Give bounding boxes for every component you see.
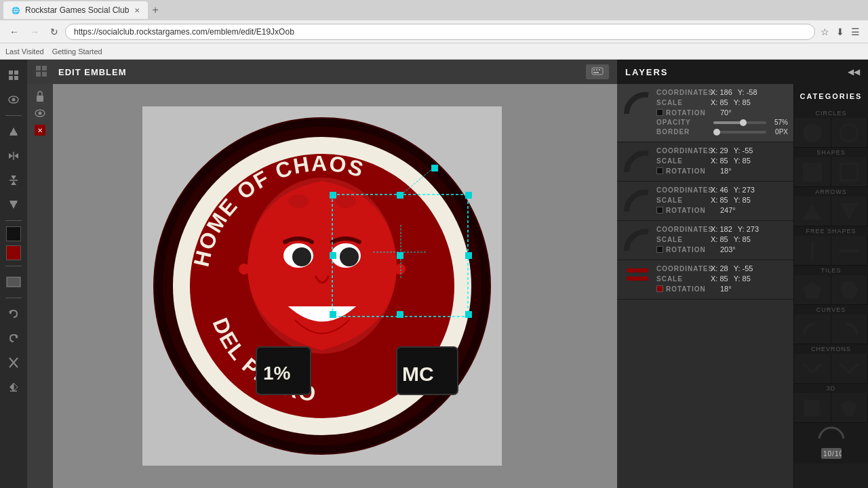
save-icon xyxy=(9,382,18,392)
cat-line-v[interactable] xyxy=(794,236,831,266)
coordinates-label-1: COORDINATES xyxy=(656,89,711,96)
layer-details-1: COORDINATES X: 186 Y: -58 SCALE X: 85 Y:… xyxy=(656,88,788,138)
undo-button[interactable] xyxy=(3,304,24,324)
color-swatch-black[interactable] xyxy=(6,226,21,241)
layer-item[interactable]: COORDINATES X: 186 Y: -58 SCALE X: 85 Y:… xyxy=(617,84,793,142)
svg-point-35 xyxy=(39,112,42,115)
cat-pentagon[interactable] xyxy=(794,275,831,305)
move-down-button[interactable] xyxy=(3,195,24,215)
settings-nav-icon[interactable]: ☰ xyxy=(848,24,863,40)
coordinates-x-2: X: 29 xyxy=(711,146,728,155)
layer-item-5[interactable]: COORDINATES X: 28 Y: -55 SCALE X: 85 Y: … xyxy=(617,260,793,300)
refresh-button[interactable]: ↻ xyxy=(46,24,62,40)
cat-box-3d[interactable] xyxy=(794,393,831,423)
star-icon[interactable]: ☆ xyxy=(818,24,832,40)
eye-button[interactable] xyxy=(3,89,24,110)
cat-rect-outline-shape xyxy=(840,163,859,182)
url-input[interactable] xyxy=(65,24,815,40)
back-button[interactable]: ← xyxy=(5,24,23,40)
cat-chevron-1[interactable] xyxy=(794,354,831,384)
cat-grid-chevrons xyxy=(794,354,868,384)
categories-section: CATEGORIES CIRCLES SHAPES xyxy=(793,84,868,488)
layer-thumb-4 xyxy=(623,225,652,255)
cat-circle-outline[interactable] xyxy=(831,118,869,148)
keyboard-icon-button[interactable] xyxy=(586,64,609,79)
scale-y-5: Y: 85 xyxy=(734,274,751,283)
grid-emblem-svg xyxy=(35,65,47,77)
opacity-slider-1[interactable] xyxy=(713,121,766,124)
border-thumb-1[interactable] xyxy=(713,129,720,136)
layer-item-3[interactable]: COORDINATES X: 46 Y: 273 SCALE X: 85 Y: … xyxy=(617,182,793,221)
cat-square-filled[interactable] xyxy=(794,157,831,187)
grid-icon xyxy=(8,70,19,81)
cat-chevron-2[interactable] xyxy=(831,354,869,384)
layer-details-5: COORDINATES X: 28 Y: -55 SCALE X: 85 Y: … xyxy=(656,264,788,295)
cat-circle-filled[interactable] xyxy=(794,118,831,148)
svg-marker-9 xyxy=(14,153,18,159)
download-nav-icon[interactable]: ⬇ xyxy=(833,24,847,40)
cat-section-shapes: SHAPES xyxy=(794,148,868,157)
undo-icon xyxy=(8,308,19,319)
layer-item-2[interactable]: COORDINATES X: 29 Y: -55 SCALE X: 85 Y: … xyxy=(617,142,793,182)
cat-tri-down[interactable] xyxy=(831,197,869,226)
layer-thumbnail-row-4: COORDINATES X: 182 Y: 273 SCALE X: 85 Y:… xyxy=(617,221,793,260)
cat-tri-up[interactable] xyxy=(794,197,831,226)
canvas-visibility-button[interactable] xyxy=(35,109,45,119)
cat-pentagon-shape xyxy=(804,281,821,299)
svg-rect-31 xyxy=(599,69,600,70)
rectangle-tool-button[interactable] xyxy=(3,272,24,292)
canvas-close-button[interactable]: ✕ xyxy=(35,125,45,136)
cat-square-outline[interactable] xyxy=(831,157,869,187)
canvas-lock-button[interactable] xyxy=(35,91,45,104)
svg-marker-14 xyxy=(9,201,18,209)
flip-v-button[interactable] xyxy=(3,170,24,190)
layers-collapse-button[interactable]: ◀◀ xyxy=(848,67,860,77)
lock-icon xyxy=(35,91,45,102)
bookmark-getting-started[interactable]: Getting Started xyxy=(52,47,102,56)
svg-rect-29 xyxy=(593,69,595,70)
right-panel: LAYERS ◀◀ COORDINATES xyxy=(617,60,868,488)
svg-point-51 xyxy=(395,264,406,274)
cat-arc-up-right[interactable] xyxy=(831,314,869,344)
move-up-button[interactable] xyxy=(3,121,24,142)
layer-rotation-2: ROTATION 18° xyxy=(656,167,788,175)
border-slider-1[interactable] xyxy=(713,131,766,134)
bottom-counter-area: 10/10 xyxy=(794,443,868,464)
save-button[interactable] xyxy=(3,377,24,397)
cat-section-free: FREE SHAPES xyxy=(794,226,868,236)
grid-view-button[interactable] xyxy=(3,65,24,85)
layer-thumb-3 xyxy=(623,186,652,216)
redo-button[interactable] xyxy=(3,328,24,348)
active-tab[interactable]: 🌐 Rockstar Games Social Club ✕ xyxy=(3,1,148,19)
cat-arc-up-left[interactable] xyxy=(794,314,831,344)
new-tab-button[interactable]: + xyxy=(148,4,162,16)
bookmark-last-visited[interactable]: Last Visited xyxy=(5,47,44,56)
scale-y-4: Y: 85 xyxy=(734,235,751,243)
layer-scale-3: SCALE X: 85 Y: 85 xyxy=(656,196,788,204)
toolbar-separator-3 xyxy=(5,266,22,266)
cat-line-h[interactable] xyxy=(831,236,869,266)
emblem-svg: HOME OF CHAOS DEL PERRO xyxy=(142,106,502,466)
grid-emblem-icon[interactable] xyxy=(35,65,47,79)
cat-chevron-1-svg xyxy=(803,362,822,375)
flip-v-icon xyxy=(8,175,19,186)
svg-rect-15 xyxy=(10,202,17,203)
tab-close-icon[interactable]: ✕ xyxy=(134,7,140,14)
layer-thumbnail-row-2: COORDINATES X: 29 Y: -55 SCALE X: 85 Y: … xyxy=(617,142,793,181)
rotation-color-1 xyxy=(656,109,663,116)
cat-hexagon[interactable] xyxy=(831,275,869,305)
layer-item-4[interactable]: COORDINATES X: 182 Y: 273 SCALE X: 85 Y:… xyxy=(617,221,793,260)
canvas-content[interactable]: ✕ HOME OF CHAOS xyxy=(27,84,617,488)
cat-grid-arrows xyxy=(794,197,868,226)
rotation-color-2 xyxy=(656,167,663,174)
coordinates-label-3: COORDINATES xyxy=(656,186,711,194)
delete-button[interactable] xyxy=(3,352,24,373)
flip-h-button[interactable] xyxy=(3,146,24,166)
opacity-thumb-1[interactable] xyxy=(740,119,747,126)
cat-gem-3d[interactable] xyxy=(831,393,869,423)
coordinates-label-4: COORDINATES xyxy=(656,226,711,233)
rotation-value-5: 18° xyxy=(720,285,732,293)
move-down-icon xyxy=(8,199,19,210)
forward-button[interactable]: → xyxy=(26,24,43,40)
color-swatch-red[interactable] xyxy=(6,245,21,260)
